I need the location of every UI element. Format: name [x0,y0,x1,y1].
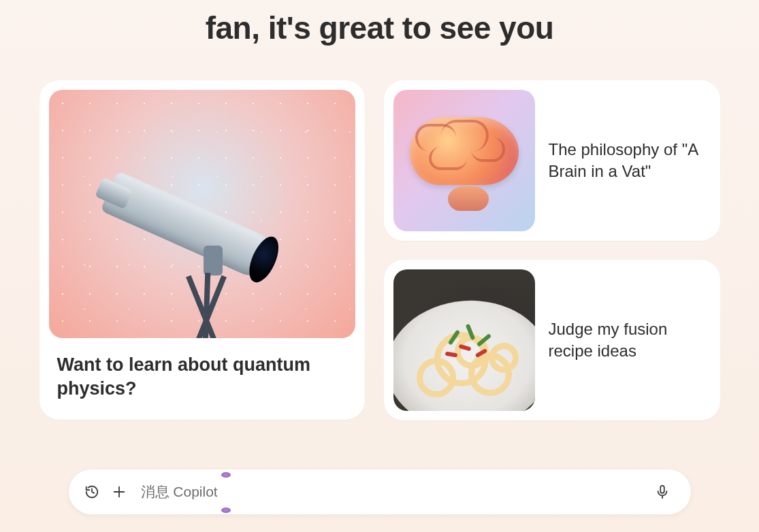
history-icon [84,484,99,499]
svg-rect-2 [660,486,664,493]
sparkle-decoration-icon [221,472,231,478]
suggestion-card-title: Want to learn about quantum physics? [57,353,347,401]
plus-icon [112,484,127,499]
suggestion-card-title: Judge my fusion recipe ideas [549,318,711,363]
brain-illustration [393,90,535,231]
suggestion-card-brain[interactable]: The philosophy of "A Brain in a Vat" [384,80,720,241]
add-button[interactable] [106,478,133,505]
greeting-heading: fan, it's great to see you [0,10,759,46]
microphone-icon [655,484,670,500]
sparkle-decoration-icon [221,508,231,513]
telescope-illustration [49,90,355,338]
suggestion-card-recipe[interactable]: Judge my fusion recipe ideas [384,260,720,420]
suggestion-card-large[interactable]: Want to learn about quantum physics? [39,80,365,420]
message-input-bar [69,469,691,514]
microphone-button[interactable] [649,478,676,505]
message-input[interactable] [141,484,649,500]
pasta-photo [393,269,535,411]
history-button[interactable] [78,478,106,505]
suggestion-card-title: The philosophy of "A Brain in a Vat" [549,139,711,183]
suggestion-cards: Want to learn about quantum physics? The… [39,80,720,420]
